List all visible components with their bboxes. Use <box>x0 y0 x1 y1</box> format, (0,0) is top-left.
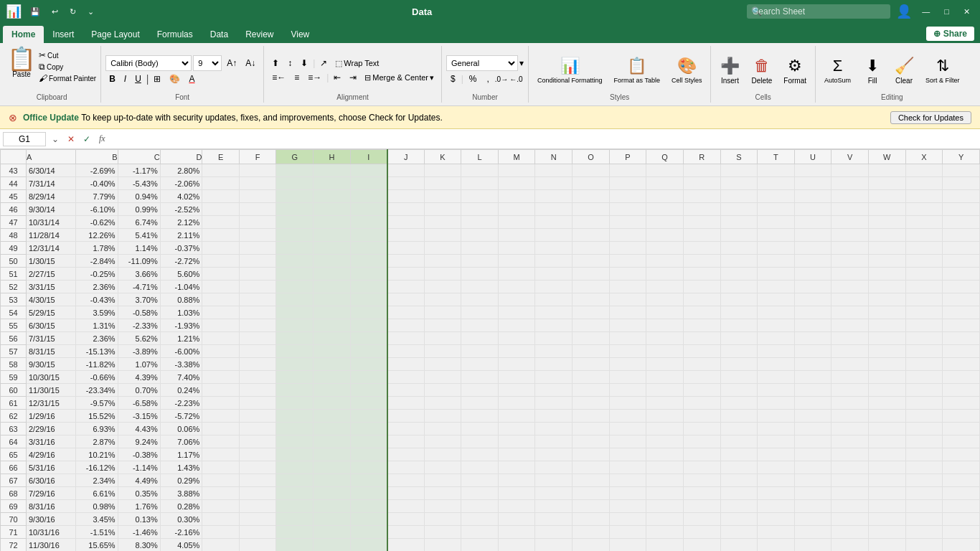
cell-r[interactable] <box>683 255 720 268</box>
cell-h[interactable] <box>314 281 351 293</box>
cell-n[interactable] <box>535 281 573 293</box>
cell-j[interactable] <box>387 500 425 513</box>
tab-review[interactable]: Review <box>237 26 282 43</box>
cell-date[interactable]: 6/30/14 <box>27 164 76 177</box>
cell-v[interactable] <box>831 539 869 552</box>
cell-n[interactable] <box>535 229 573 242</box>
cell-y[interactable] <box>943 306 980 319</box>
cell-d[interactable]: 0.30% <box>160 513 202 526</box>
cell-r[interactable] <box>683 164 720 177</box>
cell-t[interactable] <box>758 487 795 500</box>
row-header[interactable]: 53 <box>1 293 27 306</box>
cell-date[interactable]: 9/30/16 <box>27 513 76 526</box>
cell-b[interactable]: 10.21% <box>75 448 118 461</box>
cell-n[interactable] <box>535 513 573 526</box>
cell-b[interactable]: 2.87% <box>75 435 118 448</box>
cell-g[interactable] <box>276 539 314 552</box>
cell-y[interactable] <box>943 345 980 358</box>
cell-b[interactable]: 2.36% <box>75 332 118 345</box>
cell-m[interactable] <box>498 461 535 474</box>
cell-w[interactable] <box>868 190 905 203</box>
close-btn[interactable]: ✕ <box>959 6 974 18</box>
cell-g[interactable] <box>276 371 314 384</box>
cell-l[interactable] <box>461 229 498 242</box>
cell-m[interactable] <box>498 371 535 384</box>
cell-x[interactable] <box>905 190 943 203</box>
cell-h[interactable] <box>314 487 351 500</box>
cell-d[interactable]: 0.28% <box>160 500 202 513</box>
cell-p[interactable] <box>609 513 646 526</box>
row-header[interactable]: 57 <box>1 345 27 358</box>
cell-v[interactable] <box>831 268 869 281</box>
cell-p[interactable] <box>609 332 646 345</box>
qat-redo[interactable]: ↻ <box>67 6 79 18</box>
cell-b[interactable]: -23.34% <box>75 384 118 397</box>
cell-t[interactable] <box>758 474 795 487</box>
cell-m[interactable] <box>498 474 535 487</box>
cell-s[interactable] <box>720 177 758 190</box>
cell-x[interactable] <box>905 358 943 371</box>
cell-i[interactable] <box>350 539 387 552</box>
cell-d[interactable]: 3.88% <box>160 487 202 500</box>
cell-q[interactable] <box>646 229 684 242</box>
cell-date[interactable]: 11/30/15 <box>27 384 76 397</box>
col-header-L[interactable]: L <box>461 150 498 164</box>
cell-i[interactable] <box>350 255 387 268</box>
row-header[interactable]: 63 <box>1 423 27 435</box>
col-header-V[interactable]: V <box>831 150 869 164</box>
cell-u[interactable] <box>794 500 831 513</box>
cell-w[interactable] <box>868 255 905 268</box>
cell-p[interactable] <box>609 268 646 281</box>
cell-k[interactable] <box>424 216 461 229</box>
cell-f[interactable] <box>239 410 276 423</box>
cell-q[interactable] <box>646 177 684 190</box>
cell-s[interactable] <box>720 474 758 487</box>
cell-s[interactable] <box>720 216 758 229</box>
bold-btn[interactable]: B <box>105 72 119 85</box>
cell-x[interactable] <box>905 177 943 190</box>
row-header[interactable]: 69 <box>1 500 27 513</box>
cell-x[interactable] <box>905 435 943 448</box>
cell-y[interactable] <box>943 203 980 216</box>
cell-r[interactable] <box>683 526 720 539</box>
cell-t[interactable] <box>758 190 795 203</box>
cell-v[interactable] <box>831 216 869 229</box>
cell-j[interactable] <box>387 255 425 268</box>
cell-b[interactable]: 12.26% <box>75 229 118 242</box>
cell-d[interactable]: 0.88% <box>160 293 202 306</box>
cell-c[interactable]: 0.70% <box>118 384 160 397</box>
cell-q[interactable] <box>646 332 684 345</box>
cell-x[interactable] <box>905 164 943 177</box>
cell-d[interactable]: 0.24% <box>160 384 202 397</box>
cell-date[interactable]: 2/27/15 <box>27 268 76 281</box>
cell-date[interactable]: 8/31/16 <box>27 500 76 513</box>
cell-t[interactable] <box>758 242 795 255</box>
cell-date[interactable]: 3/31/16 <box>27 435 76 448</box>
cell-r[interactable] <box>683 461 720 474</box>
cell-w[interactable] <box>868 371 905 384</box>
format-button[interactable]: ⚙ Format <box>779 49 811 92</box>
cell-f[interactable] <box>239 345 276 358</box>
col-header-P[interactable]: P <box>609 150 646 164</box>
cell-h[interactable] <box>314 268 351 281</box>
cell-c[interactable]: -0.38% <box>118 448 160 461</box>
cell-m[interactable] <box>498 216 535 229</box>
col-header-R[interactable]: R <box>683 150 720 164</box>
cell-j[interactable] <box>387 190 425 203</box>
cell-h[interactable] <box>314 461 351 474</box>
cell-date[interactable]: 12/31/14 <box>27 242 76 255</box>
cell-g[interactable] <box>276 487 314 500</box>
cell-o[interactable] <box>573 242 610 255</box>
delete-button[interactable]: 🗑 Delete <box>747 49 776 92</box>
cell-j[interactable] <box>387 177 425 190</box>
cell-c[interactable]: -2.33% <box>118 319 160 332</box>
cell-i[interactable] <box>350 358 387 371</box>
cell-o[interactable] <box>573 513 610 526</box>
cell-e[interactable] <box>202 229 240 242</box>
cell-u[interactable] <box>794 435 831 448</box>
cell-j[interactable] <box>387 293 425 306</box>
cell-t[interactable] <box>758 216 795 229</box>
cell-v[interactable] <box>831 448 869 461</box>
cell-w[interactable] <box>868 332 905 345</box>
cell-f[interactable] <box>239 513 276 526</box>
